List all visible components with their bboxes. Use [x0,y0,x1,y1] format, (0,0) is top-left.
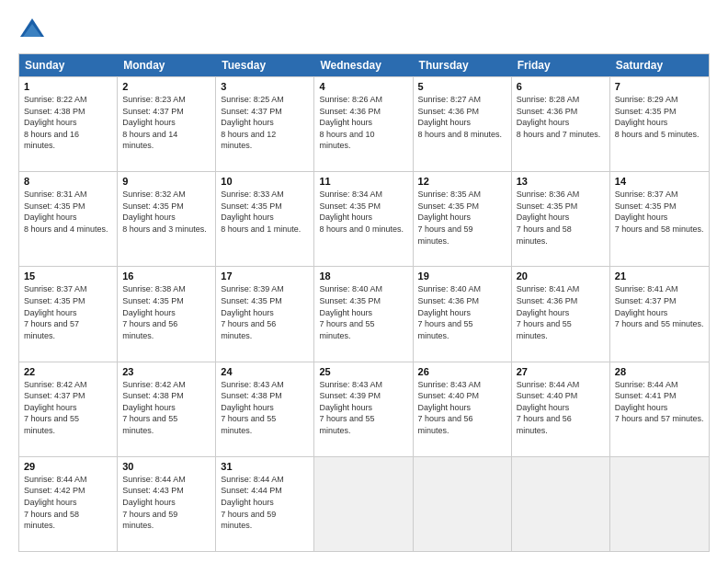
day-number: 20 [517,270,605,282]
day-number: 14 [615,176,704,187]
cell-info: Sunrise: 8:27 AMSunset: 4:36 PMDaylight … [418,94,506,140]
calendar-cell: 23 Sunrise: 8:42 AMSunset: 4:38 PMDaylig… [118,362,216,456]
calendar-cell: 19 Sunrise: 8:40 AMSunset: 4:36 PMDaylig… [414,267,512,361]
week-row-4: 22 Sunrise: 8:42 AMSunset: 4:37 PMDaylig… [19,362,709,456]
cell-info: Sunrise: 8:37 AMSunset: 4:35 PMDaylight … [615,189,704,235]
day-number: 27 [517,366,605,377]
cell-info: Sunrise: 8:25 AMSunset: 4:37 PMDaylight … [221,94,309,152]
calendar-cell: 28 Sunrise: 8:44 AMSunset: 4:41 PMDaylig… [610,362,709,456]
cell-info: Sunrise: 8:43 AMSunset: 4:40 PMDaylight … [418,379,506,437]
calendar-cell: 17 Sunrise: 8:39 AMSunset: 4:35 PMDaylig… [216,267,314,361]
header-day-thursday: Thursday [414,54,512,76]
cell-info: Sunrise: 8:41 AMSunset: 4:37 PMDaylight … [615,283,704,329]
calendar-cell: 3 Sunrise: 8:25 AMSunset: 4:37 PMDayligh… [216,77,314,171]
day-number: 23 [122,366,210,377]
cell-info: Sunrise: 8:37 AMSunset: 4:35 PMDaylight … [24,283,112,341]
cell-info: Sunrise: 8:44 AMSunset: 4:42 PMDaylight … [24,474,112,532]
calendar-cell: 6 Sunrise: 8:28 AMSunset: 4:36 PMDayligh… [512,77,610,171]
cell-info: Sunrise: 8:41 AMSunset: 4:36 PMDaylight … [517,283,605,341]
day-number: 26 [418,366,506,377]
calendar-cell: 20 Sunrise: 8:41 AMSunset: 4:36 PMDaylig… [512,267,610,361]
calendar-cell: 16 Sunrise: 8:38 AMSunset: 4:35 PMDaylig… [118,267,216,361]
cell-info: Sunrise: 8:44 AMSunset: 4:44 PMDaylight … [221,474,309,532]
day-number: 22 [24,366,112,377]
cell-info: Sunrise: 8:29 AMSunset: 4:35 PMDaylight … [615,94,704,140]
day-number: 21 [615,270,704,282]
day-number: 8 [24,176,112,187]
week-row-3: 15 Sunrise: 8:37 AMSunset: 4:35 PMDaylig… [19,266,709,361]
cell-info: Sunrise: 8:40 AMSunset: 4:36 PMDaylight … [418,283,506,341]
calendar-cell: 25 Sunrise: 8:43 AMSunset: 4:39 PMDaylig… [314,362,413,456]
header-day-monday: Monday [118,54,216,76]
cell-info: Sunrise: 8:44 AMSunset: 4:40 PMDaylight … [517,379,605,437]
cell-info: Sunrise: 8:43 AMSunset: 4:38 PMDaylight … [221,379,309,437]
cell-info: Sunrise: 8:44 AMSunset: 4:41 PMDaylight … [615,379,704,425]
day-number: 12 [418,176,506,187]
calendar-cell: 2 Sunrise: 8:23 AMSunset: 4:37 PMDayligh… [118,77,216,171]
cell-info: Sunrise: 8:22 AMSunset: 4:38 PMDaylight … [24,94,112,152]
week-row-5: 29 Sunrise: 8:44 AMSunset: 4:42 PMDaylig… [19,456,709,551]
cell-info: Sunrise: 8:44 AMSunset: 4:43 PMDaylight … [122,474,210,532]
calendar-cell: 31 Sunrise: 8:44 AMSunset: 4:44 PMDaylig… [216,457,314,551]
calendar: SundayMondayTuesdayWednesdayThursdayFrid… [18,53,710,552]
cell-info: Sunrise: 8:31 AMSunset: 4:35 PMDaylight … [24,189,112,235]
header-day-tuesday: Tuesday [216,54,314,76]
calendar-cell: 9 Sunrise: 8:32 AMSunset: 4:35 PMDayligh… [118,172,216,266]
cell-info: Sunrise: 8:34 AMSunset: 4:35 PMDaylight … [319,189,407,235]
logo-icon [18,17,46,44]
header-day-wednesday: Wednesday [314,54,413,76]
calendar-cell [512,457,610,551]
calendar-cell: 14 Sunrise: 8:37 AMSunset: 4:35 PMDaylig… [610,172,709,266]
cell-info: Sunrise: 8:32 AMSunset: 4:35 PMDaylight … [122,189,210,235]
calendar-cell: 12 Sunrise: 8:35 AMSunset: 4:35 PMDaylig… [414,172,512,266]
calendar-cell [610,457,709,551]
day-number: 3 [221,81,309,92]
cell-info: Sunrise: 8:23 AMSunset: 4:37 PMDaylight … [122,94,210,152]
header [18,17,710,44]
calendar-cell: 27 Sunrise: 8:44 AMSunset: 4:40 PMDaylig… [512,362,610,456]
calendar-cell [314,457,413,551]
cell-info: Sunrise: 8:26 AMSunset: 4:36 PMDaylight … [319,94,407,152]
day-number: 28 [615,366,704,377]
day-number: 24 [221,366,309,377]
day-number: 31 [221,461,309,472]
day-number: 1 [24,81,112,92]
calendar-header: SundayMondayTuesdayWednesdayThursdayFrid… [19,54,709,76]
logo [18,17,50,44]
day-number: 7 [615,81,704,92]
cell-info: Sunrise: 8:38 AMSunset: 4:35 PMDaylight … [122,283,210,341]
calendar-cell: 15 Sunrise: 8:37 AMSunset: 4:35 PMDaylig… [19,267,118,361]
day-number: 13 [517,176,605,187]
calendar-cell: 13 Sunrise: 8:36 AMSunset: 4:35 PMDaylig… [512,172,610,266]
day-number: 30 [122,461,210,472]
header-day-friday: Friday [512,54,610,76]
day-number: 4 [319,81,407,92]
cell-info: Sunrise: 8:42 AMSunset: 4:37 PMDaylight … [24,379,112,437]
day-number: 5 [418,81,506,92]
header-day-saturday: Saturday [610,54,709,76]
day-number: 29 [24,461,112,472]
header-day-sunday: Sunday [19,54,118,76]
week-row-1: 1 Sunrise: 8:22 AMSunset: 4:38 PMDayligh… [19,76,709,171]
cell-info: Sunrise: 8:42 AMSunset: 4:38 PMDaylight … [122,379,210,437]
cell-info: Sunrise: 8:39 AMSunset: 4:35 PMDaylight … [221,283,309,341]
calendar-cell: 7 Sunrise: 8:29 AMSunset: 4:35 PMDayligh… [610,77,709,171]
day-number: 10 [221,176,309,187]
calendar-cell: 8 Sunrise: 8:31 AMSunset: 4:35 PMDayligh… [19,172,118,266]
calendar-cell: 26 Sunrise: 8:43 AMSunset: 4:40 PMDaylig… [414,362,512,456]
calendar-cell: 22 Sunrise: 8:42 AMSunset: 4:37 PMDaylig… [19,362,118,456]
calendar-cell [414,457,512,551]
calendar-cell: 24 Sunrise: 8:43 AMSunset: 4:38 PMDaylig… [216,362,314,456]
day-number: 19 [418,270,506,282]
day-number: 18 [319,270,407,282]
cell-info: Sunrise: 8:28 AMSunset: 4:36 PMDaylight … [517,94,605,140]
calendar-cell: 11 Sunrise: 8:34 AMSunset: 4:35 PMDaylig… [314,172,413,266]
day-number: 15 [24,270,112,282]
day-number: 16 [122,270,210,282]
cell-info: Sunrise: 8:36 AMSunset: 4:35 PMDaylight … [517,189,605,247]
cell-info: Sunrise: 8:35 AMSunset: 4:35 PMDaylight … [418,189,506,247]
week-row-2: 8 Sunrise: 8:31 AMSunset: 4:35 PMDayligh… [19,171,709,266]
calendar-cell: 21 Sunrise: 8:41 AMSunset: 4:37 PMDaylig… [610,267,709,361]
calendar-cell: 18 Sunrise: 8:40 AMSunset: 4:35 PMDaylig… [314,267,413,361]
day-number: 25 [319,366,407,377]
